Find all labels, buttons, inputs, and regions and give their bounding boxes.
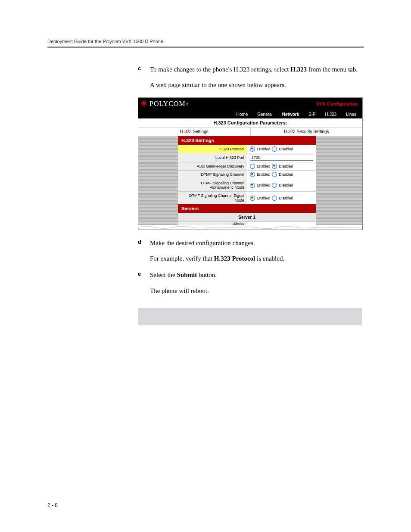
- step-c-follow: A web page similar to the one shown belo…: [150, 81, 364, 89]
- step-letter-c: c: [138, 65, 150, 78]
- text-disabled: Disabled: [279, 172, 293, 177]
- step-e-follow: The phone will reboot.: [150, 286, 364, 295]
- server-1-heading: Server 1: [178, 213, 316, 221]
- step-c-text-1c: from the menu tab.: [307, 66, 358, 73]
- label-dtmf-channel: DTMF Signaling Channel: [178, 171, 247, 178]
- svg-marker-1: [143, 101, 146, 105]
- radio-dtmf-enabled[interactable]: [250, 172, 255, 177]
- decorative-ribbing-right: [316, 136, 362, 225]
- embedded-screenshot: POLYCOM ® VVX Configuration Home General…: [138, 97, 363, 230]
- parameter-tabs: H.323 Settings H.323 Security Settings: [138, 128, 362, 136]
- label-address-partial: ddress: [178, 222, 247, 225]
- row-h323-protocol: H.323 Protocol Enabled Disabled: [178, 145, 316, 153]
- text-enabled: Enabled: [257, 183, 270, 187]
- step-letter-d: d: [138, 239, 150, 252]
- label-local-port: Local H.323 Port: [178, 153, 247, 162]
- label-h323-protocol: H.323 Protocol: [178, 145, 247, 153]
- polycom-logo-icon: [140, 100, 148, 108]
- label-dtmf-alpha: DTMF Signaling Channel Alphanumeric Mode: [178, 179, 247, 192]
- nav-general[interactable]: General: [257, 112, 273, 117]
- row-dtmf-channel: DTMF Signaling Channel Enabled Disabled: [178, 170, 316, 178]
- screenshot-header: POLYCOM ® VVX Configuration: [138, 98, 362, 110]
- decorative-ribbing-left: [138, 136, 178, 225]
- torn-edge: [138, 225, 362, 230]
- step-e: e Select the Submit button.: [138, 271, 364, 283]
- row-dtmf-alpha: DTMF Signaling Channel Alphanumeric Mode…: [178, 179, 316, 192]
- section-h323-settings: H.323 Settings: [178, 136, 316, 145]
- screenshot-nav: Home General Network SIP H.323 Lines: [138, 110, 362, 118]
- brand: POLYCOM ®: [138, 100, 189, 108]
- radio-autogk-disabled[interactable]: [272, 164, 277, 169]
- radio-dtmfsig-disabled[interactable]: [272, 196, 277, 201]
- radio-dtmfsig-enabled[interactable]: [250, 196, 255, 201]
- vvx-configuration-label: VVX Configuration: [316, 101, 360, 106]
- text-disabled: Disabled: [279, 183, 293, 187]
- nav-h323[interactable]: H.323: [325, 112, 336, 117]
- running-header: Deployment Guide for the Polycom VVX 150…: [47, 39, 364, 48]
- text-enabled: Enabled: [257, 172, 270, 177]
- nav-lines[interactable]: Lines: [346, 112, 356, 117]
- gray-box: [138, 308, 362, 325]
- row-address-cutoff: ddress: [178, 221, 316, 225]
- nav-network[interactable]: Network: [282, 112, 299, 117]
- step-d: d Make the desired configuration changes…: [138, 239, 364, 252]
- label-auto-gatekeeper: Auto Gatekeeper Discovery: [178, 162, 247, 170]
- nav-home[interactable]: Home: [237, 112, 248, 117]
- text-enabled: Enabled: [257, 147, 270, 151]
- text-disabled: Disabled: [279, 147, 293, 151]
- label-dtmf-signal: DTMF Signaling Channel Signal Mode: [178, 192, 247, 204]
- page-number: 2 - 8: [47, 502, 58, 508]
- nav-sip[interactable]: SIP: [308, 112, 315, 117]
- radio-dtmfalpha-enabled[interactable]: [250, 183, 255, 188]
- radio-autogk-enabled[interactable]: [250, 164, 255, 169]
- radio-protocol-disabled[interactable]: [272, 146, 277, 152]
- row-local-port: Local H.323 Port: [178, 153, 316, 162]
- tab-h323-settings[interactable]: H.323 Settings: [138, 128, 251, 136]
- brand-text: POLYCOM: [149, 100, 186, 108]
- step-c: c To make changes to the phone's H.323 s…: [138, 65, 364, 78]
- config-parameters-heading: H.323 Configuration Parameters:: [138, 118, 362, 128]
- step-c-text-1a: To make changes to the phone's H.323 set…: [150, 66, 290, 73]
- text-enabled: Enabled: [257, 196, 270, 200]
- section-servers: Servers: [178, 204, 316, 213]
- step-c-bold: H.323: [290, 66, 307, 73]
- row-dtmf-signal: DTMF Signaling Channel Signal Mode Enabl…: [178, 191, 316, 204]
- tab-h323-security[interactable]: H.323 Security Settings: [251, 128, 363, 136]
- step-d-line1: Make the desired configuration changes.: [150, 239, 255, 247]
- radio-protocol-enabled[interactable]: [250, 146, 255, 152]
- radio-dtmfalpha-disabled[interactable]: [272, 183, 277, 188]
- row-auto-gatekeeper: Auto Gatekeeper Discovery Enabled Disabl…: [178, 162, 316, 170]
- text-disabled: Disabled: [279, 164, 293, 168]
- step-letter-e: e: [138, 271, 150, 283]
- input-local-port[interactable]: [250, 155, 313, 161]
- step-d-follow: For example, verify that H.323 Protocol …: [150, 254, 364, 263]
- radio-dtmf-disabled[interactable]: [272, 172, 277, 177]
- text-disabled: Disabled: [279, 196, 293, 200]
- text-enabled: Enabled: [257, 164, 270, 168]
